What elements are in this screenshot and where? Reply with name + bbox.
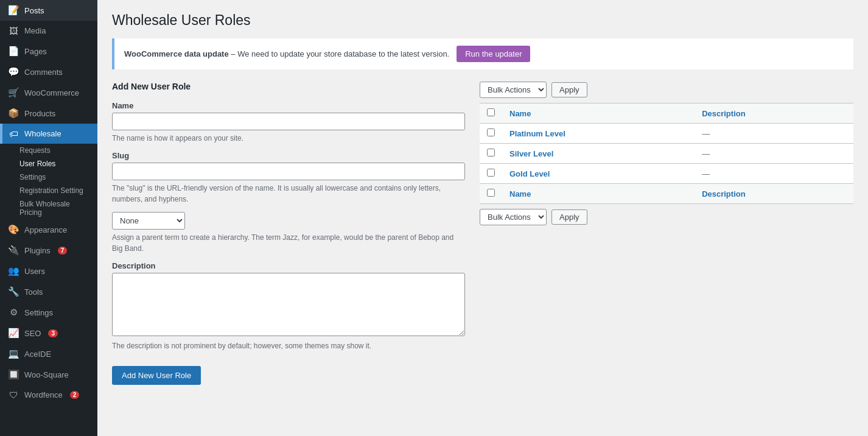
select-all-checkbox[interactable]: [487, 108, 495, 116]
sidebar-item-seo[interactable]: 📈 SEO 3: [0, 323, 97, 343]
parent-select[interactable]: None: [112, 212, 185, 230]
row-desc-gold: —: [695, 164, 853, 184]
sidebar-item-woocommerce[interactable]: 🛒 WooCommerce: [0, 82, 97, 103]
select-all-checkbox-bottom[interactable]: [487, 189, 495, 197]
sidebar-item-appearance[interactable]: 🎨 Appearance: [0, 219, 97, 240]
sidebar-item-products[interactable]: 📦 Products: [0, 103, 97, 124]
sidebar-item-woo-square[interactable]: 🔲 Woo-Square: [0, 364, 97, 385]
notice-text-strong: WooCommerce data update: [124, 49, 229, 58]
woocommerce-icon: 🛒: [7, 87, 19, 98]
form-title: Add New User Role: [112, 82, 465, 91]
parent-hint: Assign a parent term to create a hierarc…: [112, 232, 465, 254]
seo-icon: 📈: [7, 328, 19, 339]
roles-table: Name Description Platinum Level: [480, 103, 853, 204]
sidebar-sub-label: Requests: [19, 146, 51, 155]
sidebar-item-label: Wordfence: [24, 390, 63, 399]
bulk-bar-top: Bulk Actions Apply: [480, 82, 853, 98]
slug-input[interactable]: [112, 163, 465, 180]
col-description-footer[interactable]: Description: [695, 184, 853, 204]
sidebar-item-settings[interactable]: ⚙ Settings: [0, 302, 97, 323]
sidebar-sub-registration-setting[interactable]: Registration Setting: [0, 184, 97, 197]
sidebar-item-aceide[interactable]: 💻 AceIDE: [0, 343, 97, 364]
wordfence-badge: 2: [70, 391, 80, 399]
sidebar-item-label: AceIDE: [24, 350, 51, 359]
sidebar-item-wholesale[interactable]: 🏷 Wholesale: [0, 124, 97, 144]
wordfence-icon: 🛡: [7, 390, 19, 400]
platinum-level-link[interactable]: Platinum Level: [509, 129, 565, 138]
row-name-platinum: Platinum Level: [502, 124, 695, 144]
notice-text-rest: – We need to update your store database …: [229, 49, 450, 58]
media-icon: 🖼: [7, 26, 19, 36]
sidebar-item-tools[interactable]: 🔧 Tools: [0, 281, 97, 302]
sidebar-item-label: WooCommerce: [24, 88, 79, 97]
table-row: Platinum Level —: [480, 124, 853, 144]
bulk-actions-select-top[interactable]: Bulk Actions: [480, 82, 547, 98]
woocommerce-notice: WooCommerce data update – We need to upd…: [112, 38, 853, 69]
description-group: Description The description is not promi…: [112, 261, 465, 351]
col-check-footer: [480, 184, 502, 204]
gold-level-link[interactable]: Gold Level: [509, 169, 550, 178]
two-col-layout: Add New User Role Name The name is how i…: [112, 82, 853, 385]
page-title: Wholesale User Roles: [112, 12, 853, 29]
col-name-footer[interactable]: Name: [502, 184, 695, 204]
col-description-header[interactable]: Description: [695, 104, 853, 124]
sidebar-item-label: Products: [24, 109, 55, 118]
row-checkbox-silver[interactable]: [487, 149, 495, 156]
row-desc-silver: —: [695, 144, 853, 164]
sidebar-item-plugins[interactable]: 🔌 Plugins 7: [0, 240, 97, 261]
description-textarea[interactable]: [112, 273, 465, 336]
sidebar-item-label: Wholesale: [24, 129, 61, 138]
sidebar-item-posts[interactable]: 📝 Posts: [0, 0, 97, 21]
slug-label: Slug: [112, 151, 465, 160]
roles-table-section: Bulk Actions Apply Name Description: [480, 82, 853, 230]
table-row: Gold Level —: [480, 164, 853, 184]
sidebar-sub-bulk-wholesale-pricing[interactable]: Bulk Wholesale Pricing: [0, 197, 97, 219]
sidebar-item-label: SEO: [24, 329, 41, 338]
sidebar-item-label: Plugins: [24, 246, 51, 255]
row-desc-platinum: —: [695, 124, 853, 144]
parent-group: None Assign a parent term to create a hi…: [112, 212, 465, 254]
settings-icon: ⚙: [7, 307, 19, 318]
sidebar-sub-requests[interactable]: Requests: [0, 144, 97, 157]
sidebar-item-media[interactable]: 🖼 Media: [0, 21, 97, 41]
plugins-badge: 7: [58, 247, 68, 255]
comments-icon: 💬: [7, 66, 19, 77]
row-checkbox-gold[interactable]: [487, 169, 495, 177]
sidebar: 📝 Posts 🖼 Media 📄 Pages 💬 Comments 🛒 Woo…: [0, 0, 97, 436]
col-name-header[interactable]: Name: [502, 104, 695, 124]
sidebar-sub-user-roles[interactable]: User Roles: [0, 157, 97, 171]
row-checkbox-platinum[interactable]: [487, 128, 495, 136]
products-icon: 📦: [7, 108, 19, 119]
silver-level-link[interactable]: Silver Level: [509, 149, 553, 158]
slug-hint: The "slug" is the URL-friendly version o…: [112, 183, 465, 205]
row-name-silver: Silver Level: [502, 144, 695, 164]
main-content: Wholesale User Roles WooCommerce data up…: [97, 0, 868, 436]
bulk-actions-select-bottom[interactable]: Bulk Actions: [480, 209, 547, 225]
sidebar-sub-label: User Roles: [19, 160, 55, 168]
run-updater-button[interactable]: Run the updater: [457, 46, 530, 62]
sidebar-sub-label: Settings: [19, 173, 46, 181]
posts-icon: 📝: [7, 5, 19, 16]
tools-icon: 🔧: [7, 286, 19, 297]
row-check-silver: [480, 144, 502, 164]
sidebar-item-label: Posts: [24, 6, 44, 15]
name-input[interactable]: [112, 113, 465, 130]
add-new-user-role-button[interactable]: Add New User Role: [112, 366, 201, 385]
sidebar-item-users[interactable]: 👥 Users: [0, 261, 97, 281]
sidebar-sub-label: Registration Setting: [19, 186, 83, 195]
sidebar-sub-label: Bulk Wholesale Pricing: [19, 200, 70, 217]
sidebar-item-label: Users: [24, 267, 45, 276]
notice-text: WooCommerce data update – We need to upd…: [124, 49, 449, 58]
sidebar-item-label: Woo-Square: [24, 370, 69, 379]
sidebar-item-wordfence[interactable]: 🛡 Wordfence 2: [0, 385, 97, 405]
add-user-role-form: Add New User Role Name The name is how i…: [112, 82, 465, 385]
sidebar-item-label: Pages: [24, 47, 47, 56]
sidebar-item-comments[interactable]: 💬 Comments: [0, 62, 97, 82]
name-label: Name: [112, 101, 465, 110]
sidebar-item-label: Settings: [24, 308, 53, 317]
apply-button-bottom[interactable]: Apply: [551, 209, 587, 225]
sidebar-item-pages[interactable]: 📄 Pages: [0, 41, 97, 62]
apply-button-top[interactable]: Apply: [551, 82, 587, 97]
row-name-gold: Gold Level: [502, 164, 695, 184]
sidebar-sub-settings[interactable]: Settings: [0, 171, 97, 184]
